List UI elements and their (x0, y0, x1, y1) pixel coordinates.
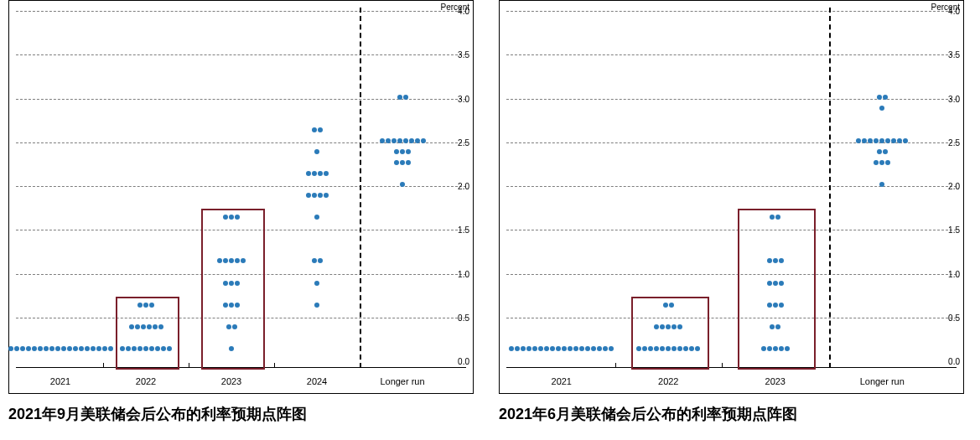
dot (585, 346, 590, 351)
dot (689, 346, 694, 351)
dot (660, 324, 665, 329)
x-tick-label: 2021 (552, 376, 572, 386)
dot (85, 346, 90, 351)
dot (785, 346, 790, 351)
dot (891, 138, 896, 143)
dot (155, 346, 160, 351)
x-tick (274, 363, 275, 368)
y-tick-label: 0.5 (458, 313, 469, 322)
dot (161, 346, 166, 351)
dot (400, 182, 405, 187)
x-tick-label: 2023 (765, 376, 786, 386)
dot (509, 346, 514, 351)
dot (223, 281, 228, 286)
dot (49, 346, 54, 351)
dot (79, 346, 84, 351)
dot (235, 258, 240, 263)
dot (44, 346, 49, 351)
dot (406, 160, 411, 165)
y-tick-label: 1.0 (948, 269, 960, 278)
dot (158, 324, 163, 329)
dot (141, 324, 146, 329)
dot (318, 171, 323, 176)
dot (666, 324, 671, 329)
y-tick-label: 1.5 (458, 225, 469, 235)
gridline (506, 186, 957, 187)
dot (306, 171, 311, 176)
x-tick (722, 363, 723, 368)
dot (597, 346, 602, 351)
dot (149, 346, 154, 351)
dot (779, 346, 784, 351)
dot (671, 346, 677, 351)
dot (229, 215, 234, 220)
caption-left: 2021年9月美联储会后公布的利率预期点阵图 (8, 404, 474, 424)
dot (773, 303, 778, 308)
longer-run-separator (829, 8, 831, 368)
dot (380, 138, 385, 143)
dot (775, 215, 780, 220)
dot (108, 346, 113, 351)
dot (767, 281, 772, 286)
highlight-box (116, 297, 179, 370)
gridline (506, 274, 957, 275)
dot (770, 215, 775, 220)
dot (695, 346, 700, 351)
dot (391, 138, 397, 143)
dot (314, 281, 319, 286)
dot (314, 215, 319, 220)
dot (312, 193, 317, 198)
dot-plot-jun-2021: Percent0.00.51.01.52.02.53.03.54.0202120… (499, 0, 964, 424)
dot (677, 324, 682, 329)
dot (312, 258, 317, 263)
dot (324, 193, 329, 198)
gridline (16, 11, 466, 12)
dot (879, 182, 884, 187)
dot (241, 258, 246, 263)
dot (550, 346, 555, 351)
y-tick-label: 1.5 (948, 225, 960, 235)
dot (137, 346, 143, 351)
dot (770, 324, 775, 329)
dot (394, 149, 399, 154)
dot (126, 346, 131, 351)
dot (403, 95, 408, 100)
dot (654, 346, 659, 351)
dot (137, 303, 143, 308)
dot (767, 303, 772, 308)
x-axis (506, 367, 957, 368)
y-tick-label: 2.5 (458, 137, 469, 147)
dot (609, 346, 614, 351)
dot (660, 346, 665, 351)
dot (120, 346, 125, 351)
dot (591, 346, 596, 351)
dot (403, 138, 408, 143)
gridline (506, 54, 957, 55)
dot-plot-sep-2021: Percent0.00.51.01.52.02.53.03.54.0202120… (8, 0, 474, 424)
y-tick-label: 2.0 (948, 182, 960, 191)
dot (400, 149, 405, 154)
dot (663, 303, 668, 308)
gridline (16, 186, 466, 187)
dot (232, 324, 237, 329)
dot (856, 138, 861, 143)
dot (409, 138, 414, 143)
y-tick-label: 0.5 (948, 313, 960, 322)
dot (773, 281, 778, 286)
dot (102, 346, 107, 351)
dot (312, 127, 317, 132)
dot (897, 138, 902, 143)
x-tick-label: 2023 (221, 376, 241, 386)
dot (229, 281, 234, 286)
dot (603, 346, 608, 351)
plot-area-left: Percent0.00.51.01.52.02.53.03.54.0202120… (8, 0, 474, 394)
x-tick (615, 363, 616, 368)
dot (526, 346, 531, 351)
dot (314, 149, 319, 154)
figure-container: { "chart_data": [ { "type": "scatter", "… (0, 0, 980, 440)
gridline (506, 230, 957, 230)
dot (324, 171, 329, 176)
dot (397, 138, 402, 143)
x-tick-label: 2024 (307, 376, 327, 386)
dot (538, 346, 543, 351)
